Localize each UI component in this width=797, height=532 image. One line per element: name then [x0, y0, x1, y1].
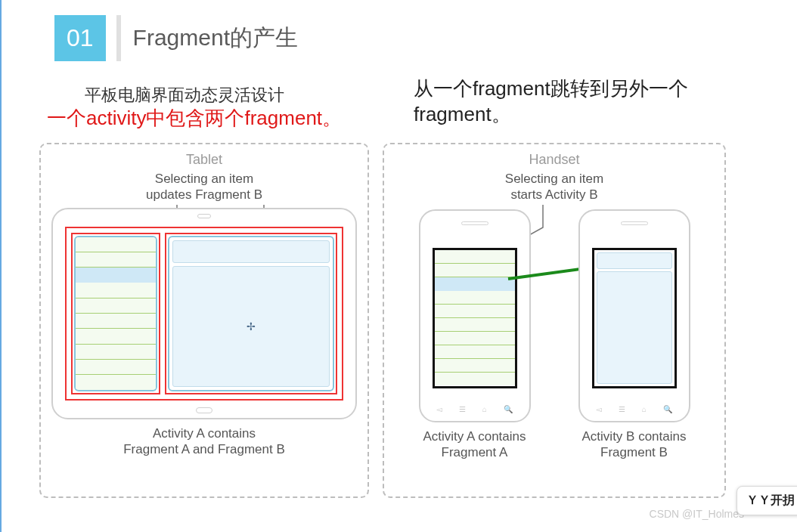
list-item [435, 264, 515, 277]
list-item [76, 345, 156, 360]
fragment-b: ✢ [168, 236, 334, 391]
list-item [435, 250, 515, 264]
phone-b-caption: Activity B contains Fragment B [557, 428, 711, 461]
cursor-icon: ✢ [247, 320, 256, 332]
tablet-home-button [196, 407, 212, 413]
subtitle-row: 平板电脑界面动态灵活设计 一个activity中包含两个fragment。 从一… [39, 84, 774, 137]
list-item [435, 291, 515, 305]
header: 01 Fragment的产生 [2, 0, 797, 61]
phone-nav-buttons: ◅ ☰ ⌂ 🔍 [580, 405, 689, 413]
annotation-two-fragments: 一个activity中包含两个fragment。 [47, 105, 342, 131]
list-item [76, 314, 156, 329]
yy-floating-button[interactable]: ＹＹ开抈 [737, 486, 797, 515]
handset-label: Handset [395, 152, 714, 168]
list-item [76, 237, 156, 252]
list-item [435, 305, 515, 318]
tablet-caption: Activity A contains Fragment A and Fragm… [51, 425, 357, 458]
tablet-label: Tablet [51, 152, 357, 168]
page-title: Fragment的产生 [127, 15, 298, 61]
back-icon: ◅ [436, 405, 442, 413]
divider [116, 15, 121, 61]
phone-b-screen-fragment-b [592, 248, 677, 388]
tablet-camera [197, 214, 211, 218]
list-item [76, 329, 156, 344]
fragment-a-highlight [71, 233, 160, 394]
caption-line1: Activity A contains [423, 429, 526, 444]
handset-captions: Activity A contains Fragment A Activity … [395, 422, 714, 461]
content-area: 平板电脑界面动态灵活设计 一个activity中包含两个fragment。 从一… [2, 61, 797, 498]
list-item [435, 345, 515, 359]
fragment-b-body [597, 271, 672, 384]
fragment-b-body: ✢ [172, 266, 330, 387]
handset-subtitle: 从一个fragment跳转到另外一个fragment。 [414, 76, 774, 128]
tablet-note: Selecting an item updates Fragment B [51, 171, 357, 203]
list-item [435, 318, 515, 332]
section-number-badge: 01 [54, 15, 106, 61]
fragment-a-list [76, 237, 156, 390]
tablet-device: ✢ [51, 208, 357, 419]
search-icon: 🔍 [504, 405, 513, 413]
fragment-a [74, 236, 157, 391]
phone-activity-a: ◅ ☰ ⌂ 🔍 [419, 209, 531, 422]
tablet-screen-activity-a: ✢ [65, 227, 343, 401]
note-line1: Selecting an item [155, 172, 253, 186]
menu-icon: ☰ [619, 405, 625, 413]
caption-line1: Activity A contains [153, 426, 256, 441]
caption-line2: Fragment A and Fragment B [123, 442, 285, 456]
list-item-selected [76, 268, 156, 283]
phone-nav-buttons: ◅ ☰ ⌂ 🔍 [420, 405, 529, 413]
fragment-a-list [435, 250, 515, 386]
diagram-row: Tablet Selecting an item updates Fragmen… [39, 137, 774, 498]
fragment-b-header [172, 240, 330, 263]
search-icon: 🔍 [663, 405, 672, 413]
handset-panel: Handset Selecting an item starts Activit… [383, 143, 726, 498]
note-line2: starts Activity B [510, 187, 597, 202]
list-item [435, 359, 515, 373]
phones-row: ◅ ☰ ⌂ 🔍 ◅ [395, 209, 714, 422]
home-icon: ⌂ [482, 405, 487, 413]
caption-line2: Fragment B [600, 445, 668, 459]
phone-earpiece [621, 221, 648, 225]
list-item [435, 332, 515, 345]
tablet-panel: Tablet Selecting an item updates Fragmen… [39, 143, 369, 498]
handset-note: Selecting an item starts Activity B [395, 171, 714, 203]
list-item [76, 298, 156, 314]
menu-icon: ☰ [459, 405, 466, 413]
fragment-b-header [597, 252, 672, 269]
phone-earpiece [461, 221, 488, 225]
caption-line1: Activity B contains [582, 429, 687, 444]
list-item [76, 375, 156, 389]
phone-a-caption: Activity A contains Fragment A [398, 428, 551, 461]
list-item [76, 283, 156, 298]
tablet-subtitle: 平板电脑界面动态灵活设计 [85, 84, 284, 107]
watermark: CSDN @IT_Holmes [650, 508, 744, 520]
note-line2: updates Fragment B [146, 187, 262, 202]
note-line1: Selecting an item [505, 172, 603, 186]
list-item [76, 252, 156, 268]
fragment-b-highlight: ✢ [165, 233, 337, 394]
list-item [435, 373, 515, 385]
phone-activity-b: ◅ ☰ ⌂ 🔍 [578, 209, 690, 422]
caption-line2: Fragment A [442, 445, 508, 459]
back-icon: ◅ [596, 405, 602, 413]
home-icon: ⌂ [642, 405, 647, 413]
list-item-selected [435, 277, 515, 291]
list-item [76, 360, 156, 375]
phone-a-screen-fragment-a [433, 248, 517, 388]
